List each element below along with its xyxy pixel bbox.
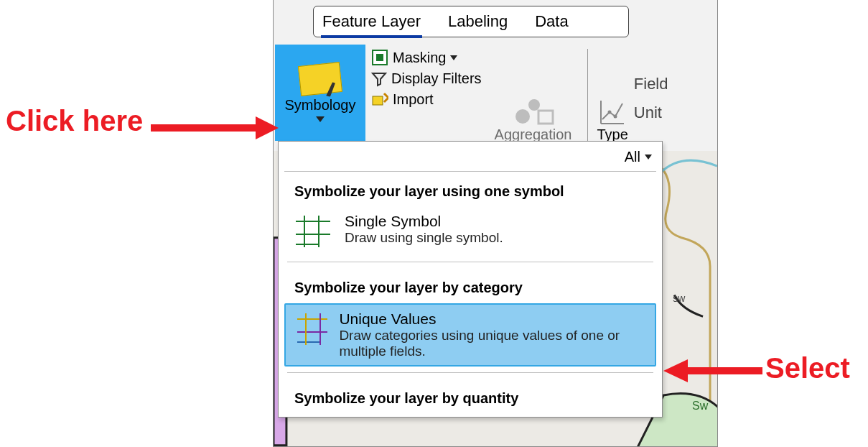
svg-rect-3	[376, 54, 383, 61]
option-unique-values[interactable]: Unique Values Draw categories using uniq…	[284, 303, 656, 367]
tab-labeling[interactable]: Labeling	[447, 9, 509, 34]
chart-type-icon	[598, 98, 627, 126]
import-label: Import	[393, 91, 434, 108]
symbology-icon	[298, 62, 342, 96]
svg-point-9	[608, 111, 612, 114]
dropdown-filter-label: All	[625, 149, 640, 165]
svg-text:sw: sw	[673, 292, 686, 304]
masking-label: Masking	[393, 50, 446, 66]
svg-marker-24	[663, 359, 688, 382]
chevron-down-icon	[645, 155, 652, 160]
svg-rect-4	[373, 96, 383, 105]
chart-type-button[interactable]: Type	[591, 45, 633, 152]
dropdown-filter[interactable]: All	[284, 147, 656, 172]
aggregation-icon	[513, 92, 554, 126]
symbology-label: Symbology	[285, 97, 356, 114]
funnel-icon	[371, 71, 387, 87]
arrow-click-here	[151, 115, 279, 141]
svg-point-6	[528, 99, 540, 111]
display-filters-button[interactable]: Display Filters	[371, 70, 482, 87]
aggregation-button[interactable]: Aggregation	[485, 45, 582, 152]
masking-button[interactable]: Masking	[371, 49, 482, 66]
context-tabbar: Feature Layer Labeling Data	[313, 6, 629, 37]
divider	[587, 49, 588, 141]
import-button[interactable]: Import	[371, 91, 482, 108]
single-symbol-desc: Draw using single symbol.	[345, 230, 503, 246]
symbology-button[interactable]: Symbology	[275, 45, 365, 141]
option-single-symbol[interactable]: Single Symbol Draw using single symbol.	[284, 207, 656, 256]
svg-point-5	[515, 109, 530, 124]
tab-feature-layer[interactable]: Feature Layer	[321, 9, 422, 34]
svg-point-10	[614, 115, 617, 119]
section-one-symbol: Symbolize your layer using one symbol	[284, 172, 656, 207]
unique-values-title: Unique Values	[339, 310, 646, 328]
section-quantity: Symbolize your layer by quantity	[284, 379, 656, 407]
single-symbol-icon	[293, 213, 333, 250]
svg-text:Sw: Sw	[692, 400, 709, 412]
import-icon	[371, 92, 388, 108]
display-filters-label: Display Filters	[391, 70, 482, 87]
units-label: Unit	[634, 103, 668, 122]
fields-label: Field	[634, 75, 668, 93]
unique-values-icon	[294, 310, 327, 348]
ribbon: Symbology Masking Display Filters Import…	[275, 45, 717, 152]
annotation-click-here: Click here	[6, 105, 143, 137]
chevron-down-icon	[450, 55, 457, 60]
divider	[287, 262, 653, 262]
symbology-dropdown: All Symbolize your layer using one symbo…	[278, 141, 663, 418]
arrow-select	[663, 358, 762, 384]
svg-marker-22	[256, 116, 279, 139]
app-frame: Sw sw Feature Layer Labeling Data Symbol…	[273, 0, 718, 447]
single-symbol-title: Single Symbol	[345, 213, 503, 230]
tab-data[interactable]: Data	[533, 9, 569, 34]
unique-values-desc: Draw categories using unique values of o…	[339, 328, 646, 359]
ribbon-fields-group: Field Unit	[634, 45, 668, 152]
annotation-select: Select	[765, 352, 850, 384]
divider	[287, 372, 653, 373]
chevron-down-icon	[316, 116, 325, 122]
section-category: Symbolize your layer by category	[284, 268, 656, 303]
masking-icon	[371, 49, 388, 66]
ribbon-drawing-group: Masking Display Filters Import	[365, 45, 485, 152]
